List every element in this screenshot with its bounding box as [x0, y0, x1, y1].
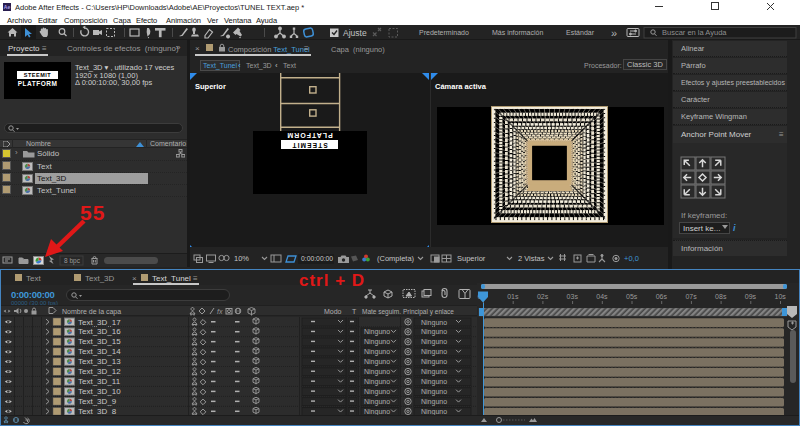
svg-text:Ninguno: Ninguno — [421, 398, 447, 406]
svg-text:8 bpc: 8 bpc — [64, 257, 81, 265]
svg-text:Predeterminado: Predeterminado — [419, 29, 469, 36]
svg-text:Text_3D_16: Text_3D_16 — [78, 327, 121, 336]
svg-text:Text_3D_12: Text_3D_12 — [78, 367, 121, 376]
svg-text:Buscar en la Ayuda: Buscar en la Ayuda — [662, 28, 727, 37]
svg-text:Superior: Superior — [457, 254, 486, 263]
svg-text:2 Vistas: 2 Vistas — [518, 254, 545, 263]
svg-text:Ninguno: Ninguno — [421, 388, 447, 396]
svg-text:Más información: Más información — [492, 29, 543, 36]
svg-text:03s: 03s — [567, 293, 579, 300]
svg-text:02s: 02s — [537, 293, 549, 300]
svg-text:06s: 06s — [656, 293, 668, 300]
svg-text:Ninguno: Ninguno — [364, 368, 390, 376]
svg-text:(Completa): (Completa) — [377, 254, 415, 263]
svg-text:Ninguno: Ninguno — [364, 348, 390, 356]
svg-text:Text_3D_9: Text_3D_9 — [78, 397, 117, 406]
svg-text:Ninguno: Ninguno — [421, 358, 447, 366]
svg-text:Ajuste: Ajuste — [343, 28, 367, 38]
svg-text:Ninguno: Ninguno — [421, 319, 447, 327]
svg-text:Mate seguim.: Mate seguim. — [362, 308, 401, 316]
svg-text:Ninguno: Ninguno — [421, 378, 447, 386]
svg-text:»: » — [611, 27, 617, 39]
svg-text:07s: 07s — [685, 293, 697, 300]
svg-text:Text_3D_15: Text_3D_15 — [78, 337, 121, 346]
svg-text:Ninguno: Ninguno — [364, 358, 390, 366]
svg-text:Text_3D_10: Text_3D_10 — [78, 387, 121, 396]
svg-text:10%: 10% — [234, 254, 249, 263]
svg-text:08s: 08s — [715, 293, 727, 300]
svg-text:Text_3D_17: Text_3D_17 — [78, 318, 121, 327]
svg-text:Ninguno: Ninguno — [421, 348, 447, 356]
svg-text:Ninguno: Ninguno — [421, 338, 447, 346]
svg-text:Text_3D_14: Text_3D_14 — [78, 347, 121, 356]
svg-text:09s: 09s — [745, 293, 757, 300]
svg-text:Ninguno: Ninguno — [421, 368, 447, 376]
svg-text:Ninguno: Ninguno — [364, 388, 390, 396]
svg-text:Ninguno: Ninguno — [364, 378, 390, 386]
svg-text:+0,0: +0,0 — [624, 254, 639, 263]
svg-text:Ninguno: Ninguno — [421, 328, 447, 336]
svg-text:Text_3D_11: Text_3D_11 — [78, 377, 121, 386]
svg-text:0:00:00:00: 0:00:00:00 — [301, 255, 333, 262]
svg-text:fx: fx — [217, 308, 223, 315]
svg-text:Nombre de la capa: Nombre de la capa — [62, 308, 121, 316]
svg-text:Text_3D_13: Text_3D_13 — [78, 357, 121, 366]
svg-text:Ninguno: Ninguno — [364, 338, 390, 346]
svg-text:Modo: Modo — [324, 308, 342, 315]
svg-text:10s: 10s — [775, 293, 787, 300]
svg-text:01s: 01s — [507, 293, 519, 300]
svg-text:05s: 05s — [626, 293, 638, 300]
svg-text:Principal y enlace: Principal y enlace — [403, 308, 454, 316]
svg-text:04s: 04s — [596, 293, 608, 300]
svg-text:T: T — [352, 308, 357, 315]
svg-text:Ninguno: Ninguno — [364, 398, 390, 406]
svg-text:Ninguno: Ninguno — [364, 328, 390, 336]
svg-text:Estándar: Estándar — [566, 29, 595, 36]
